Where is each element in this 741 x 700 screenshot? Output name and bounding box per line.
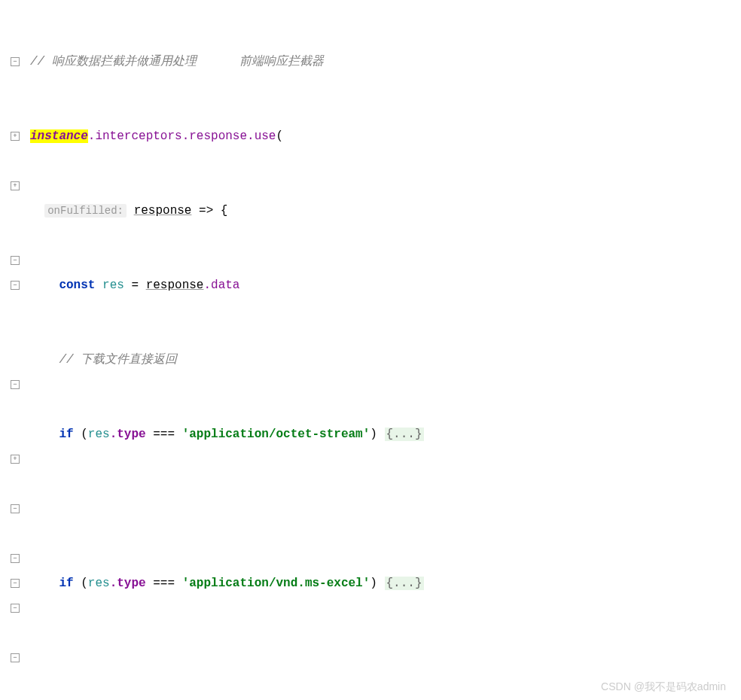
highlighted-identifier: instance [30,129,88,143]
gutter: − + + − − − + − − − − − [0,0,27,700]
folded-block[interactable]: {...} [385,577,424,590]
comment-text: 前端响应拦截器 [239,55,324,68]
watermark: CSDN @我不是码农admin [601,680,726,694]
fold-icon[interactable]: − [11,57,20,66]
fold-icon[interactable]: − [11,579,20,588]
code-line: if (res.type === 'application/octet-stre… [30,422,738,447]
code-line [30,646,738,671]
fold-icon[interactable]: − [11,604,20,613]
fold-icon[interactable]: − [11,256,20,265]
code-line [30,497,738,522]
fold-icon[interactable]: + [11,455,20,464]
code-line: if (res.type === 'application/vnd.ms-exc… [30,571,738,596]
fold-icon[interactable]: + [11,132,20,141]
fold-icon[interactable]: + [11,181,20,190]
fold-icon[interactable]: − [11,380,20,389]
fold-icon[interactable]: − [11,281,20,290]
folded-block[interactable]: {...} [385,428,424,441]
code-line: onFulfilled: response => { [30,199,738,224]
code-editor: − + + − − − + − − − − − // 响应数据拦截并做通用处理 … [0,0,741,700]
parameter-hint: onFulfilled: [44,204,127,218]
code-content[interactable]: // 响应数据拦截并做通用处理 前端响应拦截器 instance.interce… [27,0,741,700]
code-line: instance.interceptors.response.use( [30,124,738,149]
fold-icon[interactable]: − [11,653,20,662]
code-line: // 下载文件直接返回 [30,348,738,373]
code-line: const res = response.data [30,273,738,298]
comment-text: // 响应数据拦截并做通用处理 [30,55,197,68]
code-line: // 响应数据拦截并做通用处理 前端响应拦截器 [30,50,738,75]
fold-icon[interactable]: − [11,554,20,563]
fold-icon[interactable]: − [11,504,20,513]
